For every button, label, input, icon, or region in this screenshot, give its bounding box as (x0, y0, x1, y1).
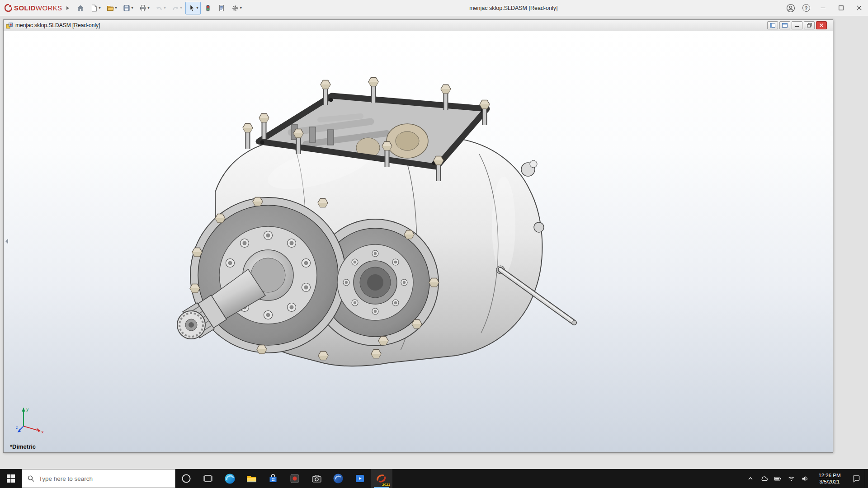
account-icon (786, 4, 795, 13)
onedrive-tray-button[interactable] (757, 469, 771, 488)
app-close-button[interactable] (850, 0, 868, 16)
graphics-viewport[interactable]: y x z *Dimetric (4, 31, 833, 452)
home-button[interactable] (74, 2, 87, 14)
select-tool-button[interactable]: ▾ (185, 2, 201, 14)
open-dropdown-caret-icon[interactable]: ▾ (115, 6, 117, 10)
solidworks-logo: SOLIDWORKS (5, 4, 62, 12)
open-folder-icon (106, 4, 114, 12)
window-pane-left-icon (770, 23, 775, 28)
unknown-app-icon-3[interactable] (349, 469, 371, 488)
unknown-app-icon-2[interactable] (327, 469, 349, 488)
doc-pane-button-2[interactable] (779, 21, 790, 29)
doc-minimize-icon (795, 23, 799, 28)
app-titlebar: SOLIDWORKS ▾ ▾ (0, 0, 868, 16)
doc-restore-button[interactable] (804, 21, 815, 29)
volume-icon (801, 475, 809, 483)
task-view-button[interactable] (197, 469, 219, 488)
app-system-controls: ? (783, 0, 868, 16)
wifi-icon (788, 475, 795, 483)
rebuild-traffic-light-icon (204, 4, 212, 12)
new-dropdown-caret-icon[interactable]: ▾ (99, 6, 101, 10)
open-button[interactable]: ▾ (104, 2, 119, 14)
view-orientation-label: *Dimetric (10, 443, 36, 450)
clock-time: 12:26 PM (811, 472, 848, 479)
output-bearing-cover (337, 244, 413, 320)
triad-y-label: y (26, 407, 28, 412)
triad-z-label: z (16, 425, 18, 430)
document-window: menjac sklop.SLDASM [Read-only] (3, 19, 833, 453)
windows-logo-icon (7, 474, 15, 483)
triad-x-label: x (42, 429, 44, 434)
home-icon (76, 4, 85, 12)
new-document-icon (90, 4, 98, 12)
new-document-button[interactable]: ▾ (88, 2, 103, 14)
notification-icon (852, 474, 860, 483)
redo-button[interactable]: ▾ (169, 2, 184, 14)
taskbar-clock[interactable]: 12:26 PM 3/5/2021 (811, 469, 848, 488)
cortana-button[interactable] (175, 469, 197, 488)
document-title: menjac sklop.SLDASM [Read-only] (15, 22, 767, 28)
save-dropdown-caret-icon[interactable]: ▾ (132, 6, 133, 10)
edge-browser-icon[interactable] (219, 469, 241, 488)
redo-dropdown-caret-icon[interactable]: ▾ (180, 6, 182, 10)
print-dropdown-caret-icon[interactable]: ▾ (148, 6, 150, 10)
help-button[interactable]: ? (798, 0, 814, 16)
unknown-app-icon-1[interactable] (284, 469, 306, 488)
search-input[interactable] (39, 475, 170, 482)
print-button[interactable]: ▾ (137, 2, 152, 14)
start-button[interactable] (0, 469, 22, 488)
assembly-document-icon (6, 22, 13, 29)
doc-restore-icon (807, 23, 812, 28)
file-explorer-icon[interactable] (241, 469, 262, 488)
undo-dropdown-caret-icon[interactable]: ▾ (164, 6, 166, 10)
window-pane-top-icon (782, 23, 788, 28)
show-hidden-icons-button[interactable] (744, 469, 757, 488)
taskbar-search-box[interactable] (22, 469, 175, 488)
doc-minimize-button[interactable] (792, 21, 802, 29)
task-view-icon (203, 474, 213, 483)
cortana-icon (181, 474, 191, 483)
menu-flyout-arrow[interactable] (66, 6, 70, 10)
redo-icon (171, 4, 179, 12)
feature-pane-collapse-arrow[interactable] (4, 235, 9, 247)
account-button[interactable] (783, 0, 798, 16)
app-minimize-button[interactable] (814, 0, 832, 16)
select-cursor-icon (188, 4, 196, 12)
orientation-triad: y x z (15, 403, 48, 435)
network-tray-button[interactable] (784, 469, 798, 488)
document-window-controls (767, 21, 827, 29)
solidworks-taskbar-icon[interactable]: 2021 (371, 469, 392, 488)
save-icon (123, 4, 131, 12)
volume-tray-button[interactable] (798, 469, 811, 488)
app-maximize-button[interactable] (832, 0, 850, 16)
rebuild-button[interactable] (202, 2, 214, 14)
action-center-button[interactable] (848, 469, 865, 488)
battery-tray-button[interactable] (771, 469, 784, 488)
undo-icon (155, 4, 163, 12)
store-icon[interactable] (262, 469, 284, 488)
gearbox-model[interactable] (4, 31, 833, 452)
quick-access-toolbar: ▾ ▾ ▾ ▾ (74, 2, 244, 14)
close-icon (857, 5, 862, 10)
doc-pane-button-1[interactable] (767, 21, 778, 29)
doc-close-button[interactable] (816, 21, 827, 29)
camera-app-icon[interactable] (306, 469, 327, 488)
options-dropdown-caret-icon[interactable]: ▾ (240, 6, 242, 10)
maximize-icon (839, 5, 844, 10)
options-gear-icon (231, 4, 239, 12)
save-button[interactable]: ▾ (120, 2, 136, 14)
cloud-icon (760, 475, 768, 483)
chevron-up-icon (747, 475, 754, 482)
undo-button[interactable]: ▾ (153, 2, 168, 14)
minimize-icon (821, 5, 826, 10)
brand-text: SOLIDWORKS (14, 4, 62, 12)
options-button[interactable]: ▾ (229, 2, 244, 14)
file-properties-button[interactable] (215, 2, 228, 14)
app-window-title: menjac sklop.SLDASM [Read-only] (244, 5, 783, 11)
show-desktop-button[interactable] (865, 469, 868, 488)
dassault-logo-icon (5, 4, 12, 12)
document-titlebar[interactable]: menjac sklop.SLDASM [Read-only] (4, 20, 833, 31)
solidworks-version-badge: 2021 (382, 483, 390, 487)
search-icon (28, 475, 34, 482)
select-dropdown-caret-icon[interactable]: ▾ (197, 6, 198, 10)
